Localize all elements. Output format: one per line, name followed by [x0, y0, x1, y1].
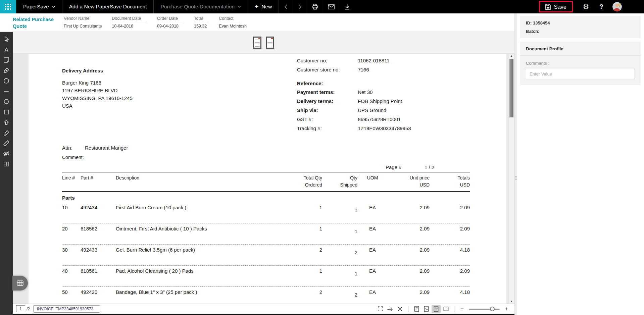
zoom-slider-handle[interactable]	[490, 307, 495, 311]
record-field: Vendor Name First Up Consultants	[64, 16, 102, 29]
line-item-row: 30 492433 Gel, Burn Relief 3.5gm (6 per …	[62, 245, 470, 266]
zoom-slider[interactable]	[469, 307, 500, 311]
invoice-info-row: Customer store no: 7166	[297, 65, 411, 74]
pan-zoom-button[interactable]	[395, 305, 404, 313]
document-profile-panel: ID: 1358454 Batch: Document Profile Comm…	[517, 13, 644, 315]
polygon-tool[interactable]	[3, 98, 10, 105]
address-line: Burger King 7166	[62, 79, 133, 87]
annotation-toolbar: A	[0, 32, 13, 315]
facing-pages-view-button[interactable]	[441, 305, 450, 313]
record-field-value: 09-04-2018	[157, 24, 179, 29]
invoice-info-row: Customer no: 11062-018811	[297, 56, 411, 65]
download-button[interactable]	[339, 0, 355, 13]
record-fields: Vendor Name First Up Consultants Documen…	[64, 16, 247, 29]
info-label: Payment terms:	[297, 88, 356, 97]
document-id: ID: 1358454	[526, 20, 635, 25]
menu-add-new-document[interactable]: Add a New PaperSave Document	[62, 0, 154, 13]
save-label: Save	[554, 4, 566, 10]
scroll-up-icon[interactable]: ▲	[509, 54, 514, 58]
email-button[interactable]	[323, 0, 339, 13]
select-tool[interactable]	[3, 36, 10, 43]
record-field: Document Date 10-04-2018	[112, 16, 147, 29]
page-count-label: /2	[27, 307, 30, 311]
line-items-header: Line # Part # Description Total QtyOrder…	[62, 172, 470, 192]
comments-input[interactable]	[526, 69, 635, 79]
thumbnail-panel-toggle[interactable]	[12, 276, 28, 291]
viewer-bottom-bar: /2 INVOICE_TMP3348591930573... −	[13, 304, 514, 314]
viewer-bottom-edge	[0, 314, 514, 315]
pen-tool[interactable]	[3, 67, 10, 74]
viewer-controls: − +	[376, 305, 510, 313]
scroll-down-icon[interactable]: ▼	[509, 300, 514, 304]
grid-icon	[17, 280, 23, 286]
plus-icon: +	[255, 3, 258, 10]
page-thumbnail-2[interactable]	[266, 37, 274, 49]
page-number-input[interactable]	[16, 305, 25, 312]
address-line: 1197 BERKSHIRE BLVD	[62, 87, 133, 94]
hide-annotations-tool[interactable]	[3, 150, 10, 157]
new-button[interactable]: + New	[248, 0, 279, 13]
app-menu-papersave[interactable]: PaperSave	[16, 0, 62, 13]
rectangle-tool[interactable]	[3, 108, 10, 115]
invoice-info-row: Tracking #: 1Z19E0W30334789953	[297, 124, 411, 133]
document-file-tab[interactable]: INVOICE_TMP3348591930573...	[33, 305, 100, 313]
download-icon	[344, 4, 350, 10]
line-tool[interactable]	[3, 88, 10, 95]
page-thumbnail-strip	[13, 32, 514, 53]
ellipse-tool[interactable]	[3, 77, 10, 84]
line-item-row: 50 492420 Bandage, Blue 1" x 3" (25 per …	[62, 287, 470, 304]
zoom-out-button[interactable]: −	[458, 306, 466, 312]
single-page-view-button[interactable]	[412, 305, 421, 313]
document-profile-card: Document Profile Comments :	[520, 42, 641, 85]
arrow-tool[interactable]	[3, 119, 10, 126]
invoice-page: Store no: 0022000 Customer no: 11062-018…	[29, 54, 506, 304]
info-value: UPS Ground	[358, 107, 386, 113]
continuous-view-button[interactable]	[422, 305, 431, 313]
table-section-header: Parts	[62, 192, 470, 202]
drag-dots-icon	[515, 175, 516, 181]
thumbnail-logo-mark	[271, 38, 273, 39]
info-value: FOB Shipping Point	[358, 98, 402, 104]
comment-row: Comment:	[62, 155, 84, 160]
fit-page-button[interactable]	[376, 305, 385, 313]
continuous-facing-view-button[interactable]	[432, 305, 441, 313]
address-line: USA	[62, 102, 133, 110]
thumbnail-logo-mark	[258, 38, 260, 39]
apps-grid-button[interactable]	[0, 0, 16, 13]
record-field-label: Vendor Name	[64, 16, 95, 22]
print-button[interactable]	[307, 0, 323, 13]
scrollbar-thumb[interactable]	[509, 59, 513, 117]
invoice-info-row: Reference:	[297, 79, 411, 88]
document-id-card: ID: 1358454 Batch:	[520, 16, 641, 38]
next-document-button[interactable]	[293, 0, 307, 13]
info-label: GST #:	[297, 115, 356, 124]
grid-tool[interactable]	[3, 160, 10, 167]
ruler-tool[interactable]	[3, 140, 10, 147]
highlighter-tool[interactable]	[3, 129, 10, 136]
note-tool[interactable]	[3, 56, 10, 63]
invoice-info-list: Customer no: 11062-018811 Customer store…	[297, 56, 411, 133]
record-field-label: Contact	[219, 16, 239, 22]
record-field-label: Document Date	[112, 16, 147, 22]
info-value: 11062-018811	[358, 58, 390, 63]
user-avatar[interactable]	[612, 2, 622, 11]
panel-resize-handle[interactable]	[514, 13, 517, 315]
settings-button[interactable]: ⚙	[579, 0, 593, 13]
document-scrollbar[interactable]: ▲ ▼	[509, 54, 514, 304]
record-field-value: 10-04-2018	[112, 24, 133, 29]
invoice-info-row: Payment terms: Net 30	[297, 88, 411, 97]
previous-document-button[interactable]	[279, 0, 293, 13]
svg-text:A: A	[5, 47, 8, 52]
record-field-value: First Up Consultants	[64, 24, 102, 29]
delivery-address-heading: Delivery Address	[62, 68, 133, 73]
page-thumbnail-1[interactable]	[253, 37, 261, 49]
text-tool[interactable]: A	[3, 46, 10, 53]
menu-doc-type-dropdown[interactable]: Purchase Quote Documentation	[153, 0, 248, 13]
help-button[interactable]: ?	[594, 0, 608, 13]
fit-width-button[interactable]	[386, 305, 395, 313]
record-field: Order Date 09-04-2018	[157, 16, 184, 29]
zoom-in-button[interactable]: +	[502, 306, 510, 312]
save-button[interactable]: Save	[539, 1, 573, 12]
invoice-info-row: GST #: 869575928RT0001	[297, 115, 411, 124]
envelope-icon	[328, 4, 335, 9]
